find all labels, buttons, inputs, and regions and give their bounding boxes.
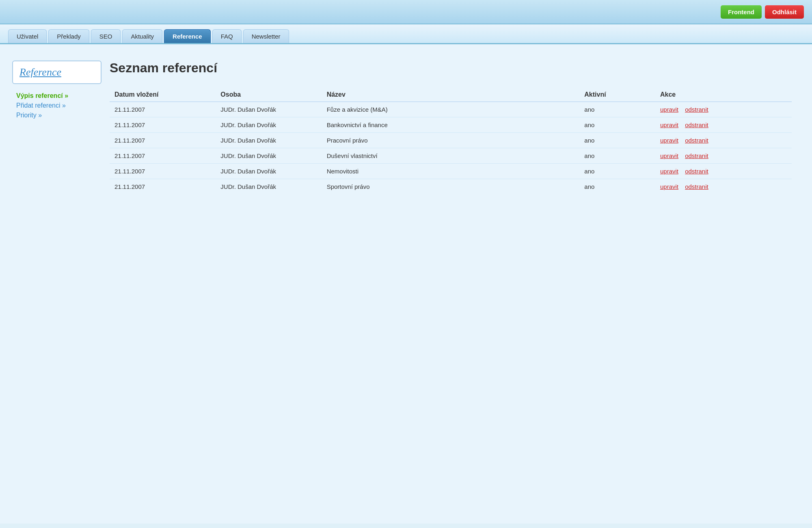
frontend-button[interactable]: Frontend — [721, 5, 762, 19]
cell-aktivni-0: ano — [579, 102, 655, 117]
upravit-link-4[interactable]: upravit — [660, 168, 678, 175]
nav-bar: UživatelPřekladySEOAktualityReferenceFAQ… — [0, 24, 812, 44]
cell-aktivni-5: ano — [579, 179, 655, 195]
top-bar: Frontend Odhlásit — [0, 0, 812, 24]
cell-datum-3: 21.11.2007 — [110, 148, 216, 164]
cell-osoba-4: JUDr. Dušan Dvořák — [216, 164, 322, 179]
cell-akce-2: upravit odstranit — [655, 133, 792, 148]
table-row: 21.11.2007 JUDr. Dušan Dvořák Fůze a akv… — [110, 102, 792, 117]
odhlasit-button[interactable]: Odhlásit — [765, 5, 804, 19]
cell-aktivni-4: ano — [579, 164, 655, 179]
odstranit-link-0[interactable]: odstranit — [685, 106, 708, 113]
cell-datum-4: 21.11.2007 — [110, 164, 216, 179]
sidebar-link-priority[interactable]: Priority » — [16, 112, 102, 119]
sidebar-link-vypis[interactable]: Výpis referencí » — [16, 92, 102, 100]
cell-datum-1: 21.11.2007 — [110, 117, 216, 133]
odstranit-link-3[interactable]: odstranit — [685, 152, 708, 159]
cell-nazev-5: Sportovní právo — [322, 179, 580, 195]
page-title: Seznam referencí — [110, 61, 792, 76]
cell-nazev-0: Fůze a akvizice (M&A) — [322, 102, 580, 117]
main-content: Reference Výpis referencí »Přidat refere… — [0, 44, 812, 524]
table-row: 21.11.2007 JUDr. Dušan Dvořák Sportovní … — [110, 179, 792, 195]
nav-tab-seo[interactable]: SEO — [91, 29, 121, 43]
nav-tab-faq[interactable]: FAQ — [212, 29, 242, 43]
upravit-link-0[interactable]: upravit — [660, 106, 678, 113]
reference-table: Datum vložení Osoba Název Aktivní Akce 2… — [110, 88, 792, 194]
sidebar-title-box: Reference — [12, 61, 102, 84]
sidebar: Reference Výpis referencí »Přidat refere… — [12, 61, 102, 507]
table-header-row: Datum vložení Osoba Název Aktivní Akce — [110, 88, 792, 102]
header-osoba: Osoba — [216, 88, 322, 102]
upravit-link-1[interactable]: upravit — [660, 121, 678, 128]
cell-aktivni-1: ano — [579, 117, 655, 133]
odstranit-link-1[interactable]: odstranit — [685, 121, 708, 128]
upravit-link-2[interactable]: upravit — [660, 137, 678, 144]
cell-osoba-5: JUDr. Dušan Dvořák — [216, 179, 322, 195]
nav-tab-newsletter[interactable]: Newsletter — [243, 29, 289, 43]
cell-nazev-4: Nemovitosti — [322, 164, 580, 179]
table-row: 21.11.2007 JUDr. Dušan Dvořák Duševní vl… — [110, 148, 792, 164]
content-area: Seznam referencí Datum vložení Osoba Náz… — [102, 61, 800, 507]
cell-nazev-2: Pracovní právo — [322, 133, 580, 148]
table-row: 21.11.2007 JUDr. Dušan Dvořák Pracovní p… — [110, 133, 792, 148]
cell-datum-2: 21.11.2007 — [110, 133, 216, 148]
odstranit-link-5[interactable]: odstranit — [685, 183, 708, 190]
upravit-link-5[interactable]: upravit — [660, 183, 678, 190]
header-nazev: Název — [322, 88, 580, 102]
table-row: 21.11.2007 JUDr. Dušan Dvořák Bankovnict… — [110, 117, 792, 133]
cell-akce-0: upravit odstranit — [655, 102, 792, 117]
sidebar-title[interactable]: Reference — [19, 66, 61, 78]
cell-akce-3: upravit odstranit — [655, 148, 792, 164]
cell-datum-0: 21.11.2007 — [110, 102, 216, 117]
nav-tab-aktuality[interactable]: Aktuality — [122, 29, 162, 43]
nav-tab-reference[interactable]: Reference — [164, 29, 211, 43]
cell-osoba-0: JUDr. Dušan Dvořák — [216, 102, 322, 117]
cell-osoba-3: JUDr. Dušan Dvořák — [216, 148, 322, 164]
odstranit-link-2[interactable]: odstranit — [685, 137, 708, 144]
cell-akce-4: upravit odstranit — [655, 164, 792, 179]
header-akce: Akce — [655, 88, 792, 102]
upravit-link-3[interactable]: upravit — [660, 152, 678, 159]
cell-akce-1: upravit odstranit — [655, 117, 792, 133]
table-row: 21.11.2007 JUDr. Dušan Dvořák Nemovitost… — [110, 164, 792, 179]
header-datum: Datum vložení — [110, 88, 216, 102]
header-aktivni: Aktivní — [579, 88, 655, 102]
nav-tab-preklady[interactable]: Překlady — [48, 29, 89, 43]
cell-nazev-1: Bankovnictví a finance — [322, 117, 580, 133]
cell-datum-5: 21.11.2007 — [110, 179, 216, 195]
cell-osoba-2: JUDr. Dušan Dvořák — [216, 133, 322, 148]
sidebar-nav: Výpis referencí »Přidat referenci »Prior… — [12, 92, 102, 119]
cell-osoba-1: JUDr. Dušan Dvořák — [216, 117, 322, 133]
cell-aktivni-3: ano — [579, 148, 655, 164]
nav-tab-uzivatele[interactable]: Uživatel — [8, 29, 47, 43]
table-body: 21.11.2007 JUDr. Dušan Dvořák Fůze a akv… — [110, 102, 792, 195]
cell-akce-5: upravit odstranit — [655, 179, 792, 195]
cell-aktivni-2: ano — [579, 133, 655, 148]
sidebar-link-pridat[interactable]: Přidat referenci » — [16, 102, 102, 109]
odstranit-link-4[interactable]: odstranit — [685, 168, 708, 175]
cell-nazev-3: Duševní vlastnictví — [322, 148, 580, 164]
